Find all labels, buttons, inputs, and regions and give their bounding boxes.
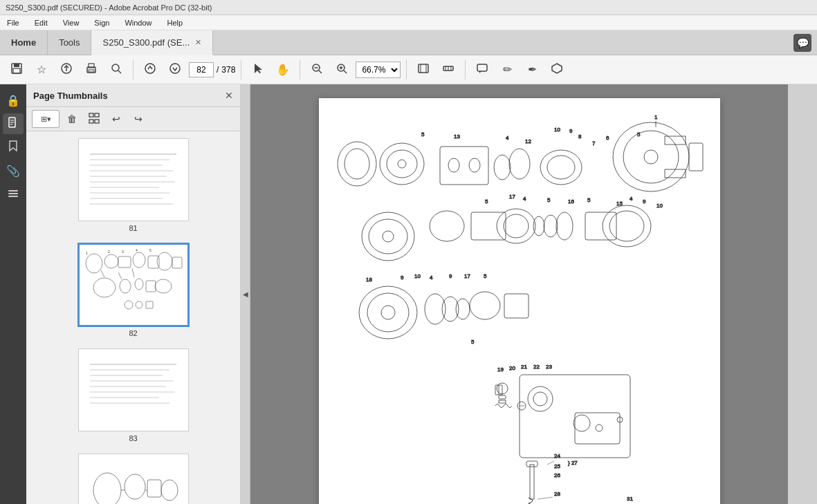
svg-text:9: 9 <box>449 273 452 279</box>
print-button[interactable] <box>80 59 102 81</box>
thumbnail-img-84[interactable] <box>78 454 189 504</box>
tab-tools[interactable]: Tools <box>48 30 91 55</box>
thumbnail-label-83: 83 <box>129 434 137 442</box>
panel-toolbar: ⊞▾ 🗑 ↩ ↪ <box>26 107 240 131</box>
svg-rect-35 <box>8 196 18 197</box>
tab-home-label: Home <box>11 37 36 48</box>
svg-text:10: 10 <box>657 203 663 209</box>
svg-text:9: 9 <box>643 198 646 205</box>
thumbnails-container[interactable]: 81 <box>26 131 240 504</box>
thumbnail-84[interactable]: 84 <box>26 454 240 504</box>
comment-icon <box>476 62 488 77</box>
pan-icon: ✋ <box>276 63 290 76</box>
svg-text:3: 3 <box>122 250 124 254</box>
svg-text:5: 5 <box>149 248 152 252</box>
panel-redo-button[interactable]: ↪ <box>129 110 148 128</box>
panel-collapse-handle[interactable]: ◀ <box>241 84 250 504</box>
pages-tool[interactable] <box>3 113 24 134</box>
page-up-button[interactable] <box>139 59 161 81</box>
svg-rect-33 <box>8 190 18 192</box>
pages-icon <box>7 116 19 131</box>
zoom-out-icon <box>311 62 323 77</box>
thumbnail-82[interactable]: 1 2 3 4 5 82 <box>26 243 240 337</box>
svg-line-8 <box>118 71 121 73</box>
toolbar-separator-1 <box>133 60 134 80</box>
thumbnail-img-83[interactable] <box>78 348 189 431</box>
chat-button[interactable]: 💬 <box>793 34 811 52</box>
fit-page-button[interactable] <box>412 59 434 81</box>
tab-document[interactable]: S250_S300.pdf (SE... ✕ <box>91 30 213 55</box>
svg-point-10 <box>170 64 180 73</box>
thumbnail-img-82[interactable]: 1 2 3 4 5 <box>78 243 189 326</box>
panel-delete-button[interactable]: 🗑 <box>62 110 82 128</box>
upload-icon <box>60 62 73 77</box>
pan-tool-button[interactable]: ✋ <box>272 59 294 81</box>
menu-sign[interactable]: Sign <box>91 17 112 28</box>
svg-text:17: 17 <box>464 273 470 279</box>
panel-undo-button[interactable]: ↩ <box>107 110 126 128</box>
upload-button[interactable] <box>55 59 77 81</box>
measure-button[interactable] <box>437 59 459 81</box>
svg-line-18 <box>344 71 347 73</box>
tab-document-label: S250_S300.pdf (SE... <box>102 37 190 48</box>
svg-text:1: 1 <box>654 114 658 120</box>
page-up-icon <box>144 62 156 77</box>
svg-marker-11 <box>255 64 262 73</box>
zoom-in-button[interactable] <box>331 59 353 81</box>
menu-file[interactable]: File <box>4 17 22 28</box>
zoom-select[interactable]: 66.7% 25% 50% 75% 100% 125% 150% 200% <box>356 62 401 78</box>
svg-rect-1 <box>14 64 19 67</box>
panel-view-options-button[interactable]: ⊞▾ <box>32 110 59 128</box>
svg-text:10: 10 <box>414 273 421 279</box>
search-text-icon <box>110 62 122 77</box>
bookmark-tool[interactable] <box>3 137 24 158</box>
zoom-out-button[interactable] <box>306 59 328 81</box>
page-down-button[interactable] <box>164 59 186 81</box>
page-number-input[interactable] <box>189 62 214 77</box>
comment-button[interactable] <box>471 59 493 81</box>
svg-text:5: 5 <box>547 197 551 203</box>
svg-rect-26 <box>477 64 487 71</box>
tab-close-icon[interactable]: ✕ <box>195 38 201 47</box>
tab-home[interactable]: Home <box>0 30 48 55</box>
select-tool-button[interactable] <box>247 59 269 81</box>
svg-text:13: 13 <box>454 133 460 140</box>
svg-rect-39 <box>95 120 99 123</box>
menu-edit[interactable]: Edit <box>32 17 51 28</box>
menu-window[interactable]: Window <box>122 17 154 28</box>
save-button[interactable] <box>6 59 28 81</box>
zoom-in-icon <box>336 62 348 77</box>
thumbnail-img-81[interactable] <box>78 138 189 221</box>
stamp-icon <box>551 62 563 77</box>
menu-bar: File Edit View Sign Window Help <box>0 15 817 30</box>
draw-button[interactable]: ✒ <box>521 59 543 81</box>
undo-icon: ↩ <box>112 113 120 124</box>
svg-text:2: 2 <box>108 250 110 254</box>
svg-text:5: 5 <box>471 339 475 345</box>
thumbnail-81[interactable]: 81 <box>26 138 240 232</box>
svg-text:28: 28 <box>554 491 560 497</box>
svg-text:18: 18 <box>366 277 372 283</box>
svg-rect-19 <box>419 64 428 73</box>
pdf-viewer[interactable]: 1 6 5 7 8 9 10 12 4 13 5 <box>250 84 788 504</box>
svg-rect-6 <box>89 70 94 72</box>
svg-text:6: 6 <box>606 135 609 141</box>
stamp-button[interactable] <box>546 59 568 81</box>
panel-close-button[interactable]: ✕ <box>225 90 233 101</box>
collapse-icon: ◀ <box>243 290 248 298</box>
trash-icon: 🗑 <box>67 113 77 124</box>
thumbnail-83[interactable]: 83 <box>26 348 240 442</box>
bookmark-add-button[interactable]: ☆ <box>30 59 53 81</box>
panel-fit-button[interactable] <box>84 110 104 128</box>
search-text-button[interactable] <box>105 59 127 81</box>
menu-help[interactable]: Help <box>165 17 186 28</box>
attachments-tool[interactable]: 📎 <box>3 160 24 181</box>
attachments-icon: 📎 <box>6 165 20 178</box>
svg-text:4: 4 <box>430 274 433 281</box>
layers-tool[interactable] <box>3 184 24 205</box>
lock-tool[interactable]: 🔒 <box>3 90 24 111</box>
svg-text:4: 4 <box>630 196 633 202</box>
page-down-icon <box>169 62 181 77</box>
menu-view[interactable]: View <box>60 17 82 28</box>
highlight-button[interactable]: ✏ <box>496 59 518 81</box>
